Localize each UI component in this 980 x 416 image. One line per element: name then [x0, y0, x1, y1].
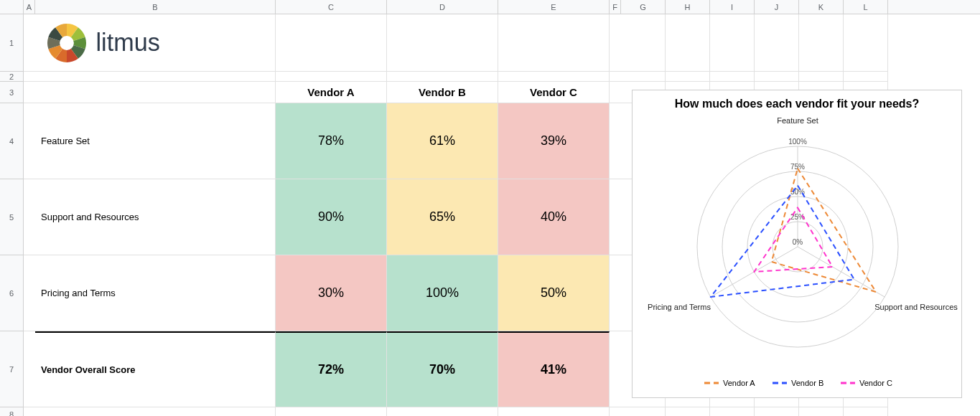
axis-right-label: Support and Resources [874, 303, 958, 311]
cell-d8[interactable] [387, 407, 498, 416]
row-header-7[interactable]: 7 [0, 331, 23, 407]
corner-cell[interactable] [0, 0, 24, 14]
cell-c1[interactable] [276, 14, 387, 72]
cell-f5[interactable] [610, 179, 622, 255]
cell-c2[interactable] [276, 72, 387, 82]
label-overall[interactable]: Vendor Overall Score [35, 331, 276, 407]
col-header-b[interactable]: B [35, 0, 276, 14]
cell-k2[interactable] [799, 72, 844, 82]
cell-i8[interactable] [710, 407, 755, 416]
cell-a1[interactable] [24, 14, 36, 72]
cell-b2[interactable] [35, 72, 276, 82]
cell-f6[interactable] [610, 255, 622, 331]
cell-f3[interactable] [610, 82, 622, 103]
overall-a[interactable]: 72% [276, 331, 387, 407]
cell-a6[interactable] [24, 255, 36, 331]
litmus-logo-icon: litmus [41, 17, 209, 69]
col-header-l[interactable]: L [844, 0, 888, 14]
cell-g2[interactable] [621, 72, 666, 82]
overall-c[interactable]: 41% [498, 331, 610, 407]
cell-l1[interactable] [844, 14, 888, 72]
pricing-a[interactable]: 30% [276, 255, 387, 331]
col-header-d[interactable]: D [387, 0, 498, 14]
cell-g8[interactable] [621, 407, 666, 416]
logo-text: litmus [96, 28, 160, 55]
support-b[interactable]: 65% [387, 179, 498, 255]
col-header-j[interactable]: J [755, 0, 799, 14]
row-header-6[interactable]: 6 [0, 255, 23, 331]
cell-f1[interactable] [610, 14, 622, 72]
cell-e2[interactable] [498, 72, 610, 82]
cell-c8[interactable] [276, 407, 387, 416]
cell-e8[interactable] [498, 407, 610, 416]
cell-d2[interactable] [387, 72, 498, 82]
cell-l8[interactable] [844, 407, 888, 416]
cell-a8[interactable] [24, 407, 36, 416]
col-header-c[interactable]: C [276, 0, 387, 14]
header-vendor-c[interactable]: Vendor C [498, 82, 610, 103]
support-c[interactable]: 40% [498, 179, 610, 255]
cell-f2[interactable] [610, 72, 622, 82]
col-header-a[interactable]: A [24, 0, 35, 14]
cell-a4[interactable] [24, 103, 36, 179]
row-header-5[interactable]: 5 [0, 179, 23, 255]
overall-b[interactable]: 70% [387, 331, 498, 407]
feature-set-b[interactable]: 61% [387, 103, 498, 179]
label-feature-set[interactable]: Feature Set [35, 103, 276, 179]
cell-a5[interactable] [24, 179, 36, 255]
cell-a7[interactable] [24, 331, 36, 407]
cell-i2[interactable] [710, 72, 755, 82]
cell-h2[interactable] [666, 72, 710, 82]
legend-c: Vendor C [859, 379, 892, 387]
cell-a3[interactable] [24, 82, 36, 103]
col-header-g[interactable]: G [621, 0, 666, 14]
svg-text:0%: 0% [793, 238, 803, 246]
cell-a2[interactable] [24, 72, 36, 82]
cell-k8[interactable] [799, 407, 844, 416]
cell-l2[interactable] [844, 72, 888, 82]
col-header-k[interactable]: K [799, 0, 844, 14]
col-header-h[interactable]: H [666, 0, 710, 14]
col-header-f[interactable]: F [610, 0, 621, 14]
feature-set-c[interactable]: 39% [498, 103, 610, 179]
legend-b: Vendor B [791, 379, 823, 387]
row-header-1[interactable]: 1 [0, 14, 23, 72]
cell-g1[interactable] [621, 14, 666, 72]
cell-e1[interactable] [498, 14, 610, 72]
cell-d1[interactable] [387, 14, 498, 72]
col-header-e[interactable]: E [498, 0, 610, 14]
row-header-4[interactable]: 4 [0, 103, 23, 179]
header-vendor-b[interactable]: Vendor B [387, 82, 498, 103]
cell-b3[interactable] [35, 82, 276, 103]
row-header-3[interactable]: 3 [0, 82, 23, 103]
svg-text:100%: 100% [788, 138, 807, 146]
cell-i1[interactable] [710, 14, 755, 72]
cell-j8[interactable] [755, 407, 799, 416]
column-headers: A B C D E F G H I J K L [0, 0, 980, 14]
feature-set-a[interactable]: 78% [276, 103, 387, 179]
spreadsheet: A B C D E F G H I J K L 1 2 3 4 5 6 7 8 [0, 0, 980, 416]
cell-f7[interactable] [610, 331, 622, 407]
cell-b1-logo[interactable]: litmus [35, 14, 276, 72]
label-support[interactable]: Support and Resources [35, 179, 276, 255]
cell-j2[interactable] [755, 72, 799, 82]
row-header-2[interactable]: 2 [0, 72, 23, 82]
legend-a: Vendor A [723, 379, 755, 387]
cell-h1[interactable] [666, 14, 710, 72]
cell-j1[interactable] [755, 14, 799, 72]
row-header-8[interactable]: 8 [0, 407, 23, 416]
support-a[interactable]: 90% [276, 179, 387, 255]
header-vendor-a[interactable]: Vendor A [276, 82, 387, 103]
pricing-b[interactable]: 100% [387, 255, 498, 331]
chart-title: How much does each vendor fit your needs… [633, 90, 961, 110]
cell-h8[interactable] [666, 407, 710, 416]
col-header-i[interactable]: I [710, 0, 755, 14]
radar-chart[interactable]: How much does each vendor fit your needs… [632, 90, 962, 398]
cell-f8[interactable] [610, 407, 622, 416]
cell-k1[interactable] [799, 14, 844, 72]
axis-top-label: Feature Set [777, 116, 818, 125]
label-pricing[interactable]: Pricing and Terms [35, 255, 276, 331]
cell-f4[interactable] [610, 103, 622, 179]
pricing-c[interactable]: 50% [498, 255, 610, 331]
cell-b8[interactable] [35, 407, 276, 416]
